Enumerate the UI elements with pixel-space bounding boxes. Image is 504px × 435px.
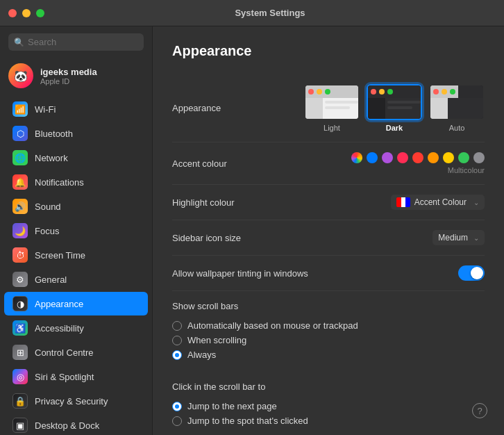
svg-point-22 xyxy=(433,89,439,95)
appearance-option-auto[interactable]: Auto xyxy=(429,84,485,132)
user-profile[interactable]: 🐼 igeeks media Apple ID xyxy=(0,58,152,94)
wallpaper-tinting-label: Allow wallpaper tinting in windows xyxy=(172,268,308,279)
sidebar-item-label-siri: Siri & Spotlight xyxy=(35,372,94,382)
sidebar-item-notifications[interactable]: 🔔Notifications xyxy=(4,170,148,194)
privacy-icon: 🔒 xyxy=(12,393,28,409)
size-chevron-icon: ⌄ xyxy=(473,234,479,242)
notifications-icon: 🔔 xyxy=(12,174,28,190)
appearance-thumb-auto xyxy=(429,84,485,120)
sidebar-icon-size-row: Sidebar icon size Medium ⌄ xyxy=(172,220,485,256)
bluetooth-icon: ⬡ xyxy=(12,126,28,141)
sidebar-item-controlcentre[interactable]: ⊞Control Centre xyxy=(4,340,148,364)
accent-color-red[interactable] xyxy=(412,152,423,163)
accent-color-orange[interactable] xyxy=(428,152,439,163)
close-button[interactable] xyxy=(8,9,17,17)
sidebar-item-privacy[interactable]: 🔒Privacy & Security xyxy=(4,389,148,413)
general-icon: ⚙ xyxy=(12,272,28,287)
sidebar-item-label-accessibility: Accessibility xyxy=(35,323,84,334)
help-button[interactable]: ? xyxy=(472,403,487,418)
search-bar: 🔍 xyxy=(0,26,152,58)
accent-color-multicolour[interactable] xyxy=(351,152,362,163)
content-area: Appearance Appearance Light xyxy=(153,26,504,435)
sidebar: 🔍 🐼 igeeks media Apple ID 📶Wi-Fi⬡Bluetoo… xyxy=(0,26,153,435)
accent-color-green[interactable] xyxy=(458,152,469,163)
accent-color-yellow[interactable] xyxy=(443,152,454,163)
flag-icon xyxy=(396,197,410,207)
highlight-colour-label: Highlight colour xyxy=(172,197,283,208)
sidebar-item-label-desktop: Desktop & Dock xyxy=(35,420,99,431)
accent-color-graphite[interactable] xyxy=(473,152,485,163)
sidebar-item-label-wifi: Wi-Fi xyxy=(35,104,56,115)
appearance-option-dark[interactable]: Dark xyxy=(367,84,422,132)
sidebar-item-appearance[interactable]: ◑Appearance xyxy=(4,292,148,315)
accent-colour-label: Accent colour xyxy=(172,158,283,169)
sidebar-item-sound[interactable]: 🔊Sound xyxy=(4,195,148,218)
highlight-colour-value: Accent Colour xyxy=(414,197,467,207)
scroll-bar-option-auto[interactable]: Automatically based on mouse or trackpad xyxy=(172,318,485,333)
highlight-colour-row: Highlight colour Accent Colour ⌄ xyxy=(172,185,485,220)
wallpaper-tinting-row: Allow wallpaper tinting in windows xyxy=(172,256,485,291)
sidebar-item-label-focus: Focus xyxy=(35,226,59,236)
scroll-bar-option-always[interactable]: Always xyxy=(172,347,485,362)
sidebar-item-accessibility[interactable]: ♿Accessibility xyxy=(4,316,148,340)
svg-rect-16 xyxy=(387,101,421,104)
sidebar-item-wifi[interactable]: 📶Wi-Fi xyxy=(4,97,148,121)
avatar: 🐼 xyxy=(8,63,33,88)
accent-color-pink[interactable] xyxy=(397,152,408,163)
sidebar-item-focus[interactable]: 🌙Focus xyxy=(4,219,148,243)
main-layout: 🔍 🐼 igeeks media Apple ID 📶Wi-Fi⬡Bluetoo… xyxy=(0,26,504,435)
sidebar-item-label-notifications: Notifications xyxy=(35,177,84,188)
radio-scrolling xyxy=(172,336,182,345)
appearance-option-light[interactable]: Light xyxy=(304,84,360,132)
maximize-button[interactable] xyxy=(36,9,44,17)
sidebar-item-label-privacy: Privacy & Security xyxy=(35,396,108,407)
chevron-down-icon: ⌄ xyxy=(473,199,479,206)
sidebar-item-siri[interactable]: ◎Siri & Spotlight xyxy=(4,365,148,388)
sidebar-item-bluetooth[interactable]: ⬡Bluetooth xyxy=(4,122,148,145)
color-dots xyxy=(351,152,485,163)
search-wrapper: 🔍 xyxy=(8,33,144,51)
appearance-options: Light Dark Auto xyxy=(304,84,485,132)
title-bar: System Settings xyxy=(0,0,504,26)
sidebar-item-desktop[interactable]: ▣Desktop & Dock xyxy=(4,413,148,435)
radio-click-label-clicked-spot: Jump to the spot that's clicked xyxy=(187,416,308,426)
sidebar-item-label-bluetooth: Bluetooth xyxy=(35,129,73,139)
svg-point-12 xyxy=(379,89,385,95)
svg-point-23 xyxy=(442,89,447,95)
accessibility-icon: ♿ xyxy=(12,320,28,336)
svg-rect-25 xyxy=(430,98,448,120)
desktop-icon: ▣ xyxy=(12,418,28,433)
accent-color-blue[interactable] xyxy=(367,152,378,163)
sidebar-item-label-appearance: Appearance xyxy=(35,299,83,309)
accent-color-purple[interactable] xyxy=(382,152,393,163)
sidebar-icon-size-select[interactable]: Medium ⌄ xyxy=(432,230,485,245)
svg-rect-7 xyxy=(325,101,358,104)
scroll-bars-section: Show scroll bars Automatically based on … xyxy=(172,291,485,365)
scroll-click-options: Jump to the next pageJump to the spot th… xyxy=(172,396,485,431)
scroll-click-option-clicked-spot[interactable]: Jump to the spot that's clicked xyxy=(172,413,485,428)
radio-label-auto: Automatically based on mouse or trackpad xyxy=(187,320,358,331)
sidebar-item-screentime[interactable]: ⏱Screen Time xyxy=(4,243,148,267)
focus-icon: 🌙 xyxy=(12,223,28,238)
wifi-icon: 📶 xyxy=(12,101,28,117)
multicolour-label: Multicolour xyxy=(448,166,485,174)
minimize-button[interactable] xyxy=(22,9,31,17)
appearance-thumb-dark xyxy=(367,84,422,120)
svg-rect-5 xyxy=(305,98,323,120)
appearance-icon: ◑ xyxy=(12,296,28,311)
svg-rect-17 xyxy=(387,106,412,109)
scroll-bar-option-scrolling[interactable]: When scrolling xyxy=(172,333,485,347)
user-name: igeeks media xyxy=(40,67,97,77)
scroll-click-option-next-page[interactable]: Jump to the next page xyxy=(172,399,485,413)
scroll-bars-options: Automatically based on mouse or trackpad… xyxy=(172,315,485,365)
highlight-colour-select[interactable]: Accent Colour ⌄ xyxy=(391,195,485,210)
sidebar-item-general[interactable]: ⚙General xyxy=(4,268,148,291)
wallpaper-tinting-toggle[interactable] xyxy=(458,265,485,281)
sidebar-item-network[interactable]: 🌐Network xyxy=(4,146,148,170)
scroll-click-section: Click in the scroll bar to Jump to the n… xyxy=(172,372,485,431)
svg-point-13 xyxy=(387,89,393,95)
appearance-setting-row: Appearance Light Dark xyxy=(172,74,485,142)
search-input[interactable] xyxy=(8,33,144,51)
search-icon: 🔍 xyxy=(14,38,24,47)
appearance-thumb-light xyxy=(304,84,360,120)
